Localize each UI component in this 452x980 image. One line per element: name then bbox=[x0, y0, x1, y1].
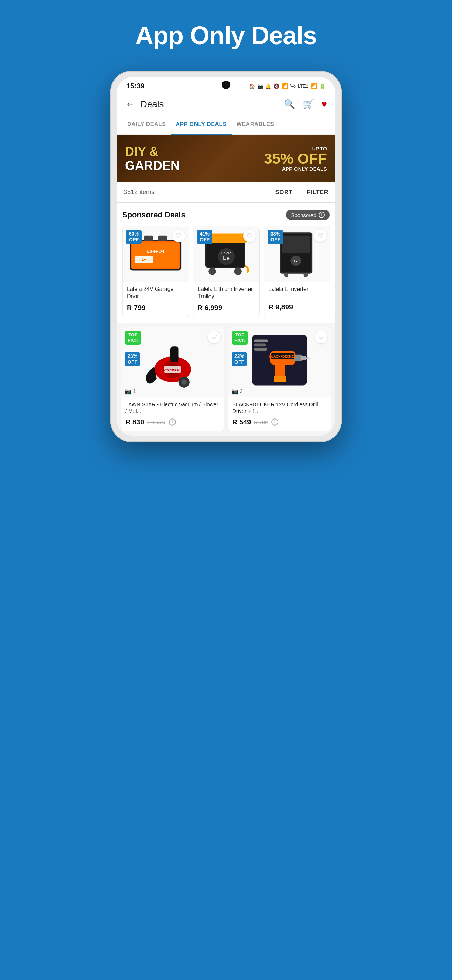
tab-app-only-deals[interactable]: APP ONLY DEALS bbox=[170, 115, 231, 135]
banner-upto-text: UP TO bbox=[217, 146, 327, 151]
price-info-icon-1[interactable]: i bbox=[169, 418, 176, 425]
promo-banner[interactable]: DIY & GARDEN UP TO 35% OFF APP ONLY DEAL… bbox=[117, 135, 335, 182]
status-time: 15:39 bbox=[126, 82, 144, 90]
tab-daily-deals[interactable]: DAILY DEALS bbox=[122, 115, 170, 134]
svg-rect-34 bbox=[274, 376, 286, 382]
tab-wearables[interactable]: WEARABLES bbox=[232, 115, 279, 134]
sponsored-product-3[interactable]: 38% OFF ♡ L● bbox=[264, 226, 330, 317]
filter-button[interactable]: FILTER bbox=[299, 183, 335, 202]
grid-product-1[interactable]: TOP PICK 23% OFF ♡ bbox=[121, 327, 224, 431]
svg-rect-4 bbox=[132, 243, 179, 268]
svg-rect-26 bbox=[170, 346, 179, 363]
product-2-image: 41% OFF ♡ Lalela bbox=[193, 226, 259, 282]
nav-bar: ← Deals 🔍 🛒 ♥ bbox=[117, 94, 335, 115]
camera-icon-1: 📷 bbox=[125, 388, 132, 395]
product-1-name: Lalela 24V Garage Door bbox=[127, 286, 184, 301]
svg-text:L●: L● bbox=[294, 260, 298, 263]
sponsored-product-1[interactable]: 60% OFF ♡ LiFePO4 L● bbox=[122, 226, 189, 317]
wishlist-btn-grid-1[interactable]: ♡ bbox=[208, 331, 220, 344]
back-button[interactable]: ← bbox=[125, 99, 135, 110]
svg-point-15 bbox=[234, 268, 242, 275]
wishlist-icon[interactable]: ♥ bbox=[321, 99, 327, 110]
sort-button[interactable]: SORT bbox=[268, 183, 299, 202]
search-icon[interactable]: 🔍 bbox=[284, 99, 295, 110]
banner-sub-text: APP ONLY DEALS bbox=[217, 166, 327, 172]
svg-point-30 bbox=[181, 379, 187, 385]
info-icon[interactable]: i bbox=[318, 212, 325, 218]
sponsored-header: Sponsored Deals Sponsored i bbox=[122, 210, 330, 220]
product-2-name: Lalela Lithium Inverter Trolley bbox=[197, 286, 255, 301]
svg-rect-37 bbox=[306, 357, 309, 359]
discount-badge-grid-1: 23% OFF bbox=[125, 352, 140, 367]
svg-rect-41 bbox=[255, 344, 266, 346]
grid-product-1-name: LAWN STAR - Electric Vacuum / Blower / M… bbox=[126, 401, 220, 415]
nav-icons: 🔍 🛒 ♥ bbox=[284, 99, 327, 110]
svg-rect-42 bbox=[255, 348, 267, 350]
grid-product-1-image: TOP PICK 23% OFF ♡ bbox=[121, 328, 224, 398]
sponsored-badge-label: Sponsored bbox=[291, 212, 317, 218]
discount-badge-3: 38% OFF bbox=[268, 229, 283, 244]
banner-diy-text: DIY & bbox=[125, 145, 217, 159]
status-bar: 15:39 🏠 📷 🔔 🔇 📶 Vo LTE1 📶 🔋 bbox=[117, 77, 335, 94]
phone-screen: 15:39 🏠 📷 🔔 🔇 📶 Vo LTE1 📶 🔋 ← Deals 🔍 🛒 bbox=[117, 77, 335, 436]
wishlist-btn-grid-2[interactable]: ♡ bbox=[315, 331, 327, 344]
wishlist-btn-2[interactable]: ♡ bbox=[243, 229, 256, 242]
banner-right: UP TO 35% OFF APP ONLY DEALS bbox=[217, 146, 327, 172]
svg-rect-18 bbox=[282, 235, 310, 253]
price-info-icon-2[interactable]: i bbox=[271, 418, 278, 425]
grid-product-2[interactable]: TOP PICK 22% OFF ♡ bbox=[228, 327, 331, 431]
wishlist-btn-1[interactable]: ♡ bbox=[172, 229, 185, 242]
product-3-image: 38% OFF ♡ L● bbox=[264, 226, 330, 282]
cart-icon[interactable]: 🛒 bbox=[303, 99, 314, 110]
product-1-price: R 799 bbox=[127, 304, 184, 312]
svg-text:LiFePO4: LiFePO4 bbox=[147, 249, 164, 254]
svg-rect-1 bbox=[144, 235, 153, 242]
front-camera bbox=[222, 81, 230, 89]
svg-point-22 bbox=[304, 273, 308, 277]
banner-percent-text: 35% OFF bbox=[217, 151, 327, 166]
products-grid: TOP PICK 23% OFF ♡ bbox=[121, 327, 331, 431]
svg-rect-33 bbox=[275, 364, 285, 377]
grid-product-2-img-svg: BLACK+DECKER bbox=[236, 332, 323, 392]
sponsored-title: Sponsored Deals bbox=[122, 210, 185, 220]
tabs-bar: DAILY DEALS APP ONLY DEALS WEARABLES bbox=[117, 115, 335, 135]
svg-text:LAWN★STAR: LAWN★STAR bbox=[162, 368, 183, 371]
svg-text:Lalela: Lalela bbox=[221, 251, 231, 256]
photo-count-1: 📷 1 bbox=[125, 388, 136, 395]
sponsored-section: Sponsored Deals Sponsored i 60% OFF ♡ bbox=[117, 203, 335, 323]
product-3-price: R 9,899 bbox=[268, 303, 326, 311]
wishlist-btn-3[interactable]: ♡ bbox=[314, 229, 326, 242]
grid-price-row-2: R 549 R 709 i bbox=[232, 418, 326, 426]
grid-product-2-name: BLACK+DECKER 12V Cordless Drill Driver +… bbox=[232, 401, 326, 415]
sponsored-badge[interactable]: Sponsored i bbox=[286, 210, 330, 220]
top-pick-badge-2: TOP PICK bbox=[232, 331, 248, 345]
banner-garden-text: GARDEN bbox=[125, 159, 217, 173]
product-1-image: 60% OFF ♡ LiFePO4 L● bbox=[123, 226, 188, 282]
svg-text:L●: L● bbox=[223, 255, 229, 261]
product-2-info: Lalela Lithium Inverter Trolley R 6,999 bbox=[193, 282, 259, 317]
nav-title: Deals bbox=[140, 99, 278, 110]
svg-rect-40 bbox=[255, 339, 268, 342]
svg-text:BLACK+DECKER: BLACK+DECKER bbox=[269, 354, 296, 358]
grid-product-2-info: BLACK+DECKER 12V Cordless Drill Driver +… bbox=[228, 398, 331, 431]
svg-text:L●: L● bbox=[142, 257, 146, 261]
grid-orig-price-2: R 709 bbox=[254, 419, 268, 425]
photo-count-2: 📷 3 bbox=[232, 388, 243, 395]
sponsored-product-2[interactable]: 41% OFF ♡ Lalela bbox=[193, 226, 259, 317]
top-pick-badge-1: TOP PICK bbox=[125, 331, 141, 345]
grid-price-2: R 549 bbox=[232, 418, 251, 426]
sponsored-products-row: 60% OFF ♡ LiFePO4 L● bbox=[122, 226, 330, 317]
items-count: 3512 items bbox=[117, 182, 268, 202]
svg-point-14 bbox=[208, 268, 216, 275]
banner-left: DIY & GARDEN bbox=[125, 145, 217, 172]
grid-section: TOP PICK 23% OFF ♡ bbox=[117, 323, 335, 436]
status-icons: 🏠 📷 🔔 🔇 📶 Vo LTE1 📶 🔋 bbox=[249, 83, 326, 89]
camera-icon-2: 📷 bbox=[232, 388, 239, 395]
grid-product-1-info: LAWN STAR - Electric Vacuum / Blower / M… bbox=[121, 398, 224, 431]
product-3-name: Lalela L Inverter bbox=[268, 286, 326, 300]
discount-badge-1: 60% OFF bbox=[126, 229, 142, 244]
svg-rect-36 bbox=[301, 356, 306, 359]
page-title: App Only Deals bbox=[135, 21, 317, 50]
grid-product-1-img-svg: LAWN★STAR bbox=[129, 332, 216, 392]
svg-rect-2 bbox=[158, 235, 167, 242]
